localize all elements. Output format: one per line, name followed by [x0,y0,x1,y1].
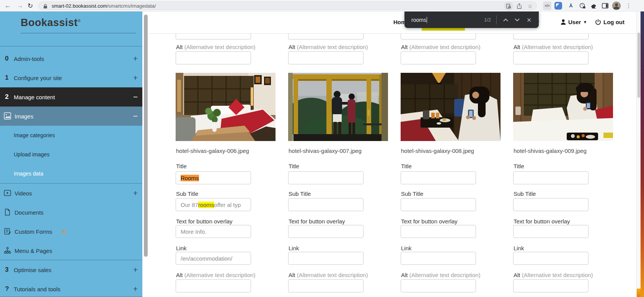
alt-label: Alt (Alternative text description) [514,272,593,278]
sidebar-item-menu-pages[interactable]: Menu & Pages [0,241,142,260]
title-input[interactable]: Rooms [176,171,251,184]
url-text: smart-02.bookassist.com/smartcms/imageda… [52,3,156,9]
sidebar-item-optimise-sales[interactable]: 3 Optimise sales + [0,260,142,279]
screen: ← → ↻ smart-02.bookassist.com/smartcms/i… [0,0,644,297]
logo-divider [21,33,136,33]
prev-alt-input[interactable] [288,51,364,64]
subtitle-label: Sub Title [401,190,423,197]
bookmark-star-icon[interactable]: ☆ [528,2,533,10]
lock-icon [43,2,47,10]
title-input[interactable] [513,171,589,184]
sidebar-item-image-categories[interactable]: Image categories [0,126,142,145]
title-input[interactable] [401,171,476,184]
prev-row-input[interactable] [513,34,589,39]
subtitle-label: Sub Title [289,190,311,197]
kebab-menu-icon[interactable]: ⋮ [624,2,633,10]
alt-input[interactable] [288,279,364,292]
image-filename: hotel-shivas-galaxy-007.jpeg [289,148,362,154]
chevron-up-icon [503,18,508,21]
sidebar-scrollbar-thumb[interactable] [144,15,148,257]
link-label: Link [401,245,412,251]
sidebar-item-images[interactable]: Images − [0,107,142,126]
link-input[interactable] [401,252,476,265]
lambda-extension-icon[interactable]: Y [567,2,575,10]
power-icon [595,19,601,25]
puzzle-extensions-icon[interactable] [590,2,598,10]
alt-label: Alt (Alternative text description) [176,44,256,50]
find-prev-button[interactable] [500,13,512,26]
caret-down-icon: ▾ [584,20,586,25]
forward-icon[interactable]: → [17,0,23,11]
subtitle-input[interactable] [513,198,589,211]
prev-row-input[interactable] [176,34,251,39]
sidebar-item-upload-images[interactable]: Upload images [0,145,142,164]
sidebar-item-manage-content[interactable]: 2 Manage content − [0,87,142,107]
sidebar-item-admin-tools[interactable]: 0 Admin-tools + [0,49,142,68]
link-input[interactable]: /en/accommodation/ [176,252,251,265]
image-thumbnail [401,73,501,141]
side-panel-icon[interactable] [601,2,609,10]
code-extension-icon[interactable]: </> [543,2,551,10]
link-input[interactable] [288,252,364,265]
clock-lock-extension-icon[interactable] [578,2,587,10]
button-overlay-input[interactable] [513,225,589,238]
prev-row-input[interactable] [288,34,364,39]
title-label: Title [514,163,524,169]
plus-icon[interactable]: + [133,54,138,63]
subtitle-input[interactable] [288,198,364,211]
button-overlay-input[interactable] [401,225,476,238]
find-bar: rooms 1/2 × [404,11,539,28]
link-label: Link [514,245,524,251]
sidebar: Bookassist® 0 Admin-tools + 1 Configure … [0,11,142,297]
plus-icon[interactable]: + [133,73,138,82]
sidebar-item-videos[interactable]: Videos + [0,184,142,203]
reload-icon[interactable]: ↻ [28,0,33,11]
sitemap-icon [4,247,11,254]
logout-button[interactable]: Log out [595,19,624,25]
subtitle-input[interactable] [401,198,476,211]
plus-icon[interactable]: + [133,284,138,294]
sidebar-scrollbar[interactable] [142,11,149,297]
link-label: Link [176,245,187,251]
sidebar-item-custom-forms[interactable]: Custom Forms ★ [0,222,142,241]
tag-extension-icon[interactable] [554,2,562,10]
share-icon[interactable] [517,2,522,10]
button-overlay-input[interactable] [288,225,364,238]
browser-toolbar: ← → ↻ smart-02.bookassist.com/smartcms/i… [0,0,644,11]
title-input[interactable] [288,171,364,184]
find-in-page-icon[interactable] [504,2,513,11]
prev-alt-input[interactable] [401,51,476,64]
prev-alt-input[interactable] [176,51,251,64]
find-input[interactable]: rooms [411,17,469,23]
button-overlay-label: Text for button overlay [289,218,345,225]
find-active-match: Rooms [181,175,199,181]
address-bar[interactable]: smart-02.bookassist.com/smartcms/imageda… [38,2,537,10]
profile-avatar[interactable] [612,2,621,10]
alt-input[interactable] [513,279,589,292]
sidebar-item-configure-your-site[interactable]: 1 Configure your site + [0,68,142,87]
sidebar-item-images-data[interactable]: Images data [0,164,142,183]
minus-icon[interactable]: − [133,92,138,102]
back-icon[interactable]: ← [5,0,11,11]
alt-input[interactable] [176,279,251,292]
prev-row-input[interactable] [401,34,476,39]
page-scrollbar-thumb[interactable] [637,33,640,98]
button-overlay-input[interactable]: More Info. [176,225,251,238]
page-scrollbar[interactable] [636,11,641,297]
alt-input[interactable] [401,279,476,292]
plus-icon[interactable]: + [133,265,138,274]
app-header: Home ter User ▾ Log out [149,11,636,34]
prev-alt-input[interactable] [513,51,589,64]
image-thumbnail [176,73,276,141]
find-close-button[interactable]: × [523,13,535,26]
find-match-count: 1/2 [469,17,491,23]
plus-icon[interactable]: + [133,189,138,198]
alt-label: Alt (Alternative text description) [401,44,481,50]
sidebar-item-documents[interactable]: Documents [0,203,142,222]
find-next-button[interactable] [512,13,523,26]
subtitle-input[interactable]: Our 87 rooms offer al typ [176,198,251,211]
user-menu[interactable]: User ▾ [561,19,586,25]
minus-icon[interactable]: − [133,112,138,121]
sidebar-item-tutorials-and-tools[interactable]: ? Tutorials and tools + [0,279,142,297]
link-input[interactable] [513,252,589,265]
